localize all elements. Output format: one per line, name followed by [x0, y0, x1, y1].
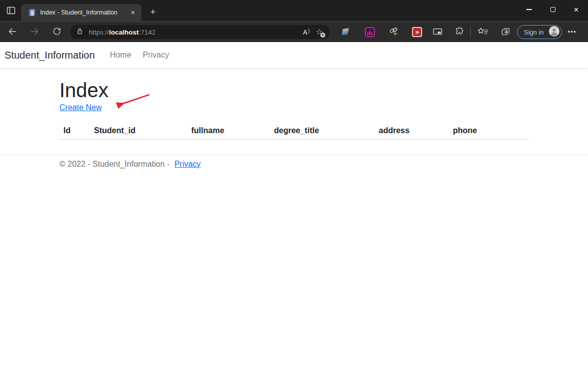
picture-in-picture-icon [432, 26, 443, 39]
window-maximize-button[interactable] [541, 0, 564, 19]
profile-avatar-icon [548, 26, 560, 39]
url-host: localhost [109, 29, 139, 36]
column-header-address: address [375, 122, 449, 140]
extension-purple-chart-button[interactable] [364, 25, 375, 39]
window-close-button[interactable]: ✕ [564, 0, 588, 19]
sign-in-label: Sign in [524, 29, 544, 36]
red-fast-forward-icon: » [412, 27, 422, 37]
lock-icon [75, 27, 84, 38]
table-header-row: Id Student_id fullname degree_title addr… [60, 122, 529, 140]
nav-link-privacy[interactable]: Privacy [139, 51, 172, 60]
column-header-phone: phone [449, 122, 529, 140]
back-button[interactable] [7, 25, 19, 39]
close-icon: ✕ [573, 7, 579, 13]
refresh-button[interactable] [51, 25, 63, 39]
tab-actions-menu-button[interactable] [5, 5, 18, 18]
column-header-degree-title: degree_title [270, 122, 375, 140]
page-favicon-icon [28, 9, 36, 17]
read-aloud-button[interactable]: A) [300, 26, 313, 38]
extension-fast-forward-button[interactable]: » [412, 25, 423, 39]
site-footer: © 2022 - Student_Information - Privacy [0, 155, 588, 173]
minimize-icon [526, 9, 532, 10]
chain-link-green-arrow-icon [388, 26, 399, 38]
purple-bar-chart-icon [365, 27, 375, 37]
plus-icon: + [150, 7, 155, 17]
forward-button[interactable] [29, 25, 41, 39]
main-content: Index Create New Id Student_id fullname … [60, 78, 529, 140]
favorites-star-list-icon [477, 27, 489, 38]
plus-badge-icon: + [320, 33, 325, 38]
maximize-icon [550, 7, 555, 12]
refresh-icon [52, 27, 62, 38]
url-port: :7142 [139, 29, 156, 36]
add-favorite-button[interactable]: ☆ + [313, 26, 326, 38]
tab-title: Index - Student_Information [40, 9, 128, 16]
read-aloud-wave: ) [308, 28, 310, 34]
site-navbar: Student_Information Home Privacy [0, 42, 588, 69]
web-page: Student_Information Home Privacy Index C… [0, 42, 588, 377]
page-title: Index [60, 78, 529, 102]
settings-more-button[interactable]: ••• [568, 29, 576, 36]
send-to-device-button[interactable] [432, 25, 443, 39]
browser-toolbar: https://localhost:7142 A) ☆ + » [0, 22, 588, 42]
favorites-button[interactable] [476, 25, 489, 39]
browser-window: Index - Student_Information ✕ + ✕ https:… [0, 0, 588, 377]
navbar-links: Home Privacy [106, 51, 172, 60]
students-table: Id Student_id fullname degree_title addr… [60, 122, 529, 140]
blue-notebook-icon [340, 26, 351, 38]
vertical-tabs-icon [6, 6, 16, 17]
footer-copyright: © 2022 - Student_Information - [60, 160, 170, 168]
table-header: Id Student_id fullname degree_title addr… [60, 122, 529, 140]
footer-privacy-link[interactable]: Privacy [174, 160, 201, 168]
read-aloud-icon: A [303, 29, 307, 36]
extensions-menu-button[interactable] [454, 25, 465, 39]
collections-button[interactable] [499, 25, 512, 39]
window-controls: ✕ [517, 0, 588, 21]
address-bar[interactable]: https://localhost:7142 A) ☆ + [70, 25, 330, 39]
navbar-brand-link[interactable]: Student_Information [5, 50, 95, 61]
url-text: https://localhost:7142 [89, 29, 156, 36]
new-tab-button[interactable]: + [146, 6, 159, 19]
forward-arrow-icon [30, 27, 40, 38]
window-minimize-button[interactable] [517, 0, 541, 19]
close-icon: ✕ [130, 10, 135, 16]
nav-link-home[interactable]: Home [106, 51, 135, 60]
back-arrow-icon [8, 27, 18, 38]
sign-in-button[interactable]: Sign in [517, 25, 562, 39]
create-new-link[interactable]: Create New [60, 103, 102, 112]
extension-link-button[interactable] [388, 25, 399, 39]
browser-tab[interactable]: Index - Student_Information ✕ [21, 4, 141, 21]
column-header-fullname: fullname [187, 122, 270, 140]
column-header-id: Id [60, 122, 90, 140]
puzzle-piece-icon [454, 27, 464, 38]
ellipsis-icon: ••• [568, 29, 576, 36]
tab-close-button[interactable]: ✕ [128, 8, 137, 17]
collections-icon [500, 26, 511, 39]
toolbar-divider [470, 27, 471, 37]
extension-notebook-button[interactable] [340, 25, 351, 39]
create-new-row: Create New [60, 103, 529, 112]
browser-titlebar: Index - Student_Information ✕ + ✕ [0, 0, 588, 21]
url-protocol: https:// [89, 29, 109, 36]
column-header-student-id: Student_id [90, 122, 187, 140]
